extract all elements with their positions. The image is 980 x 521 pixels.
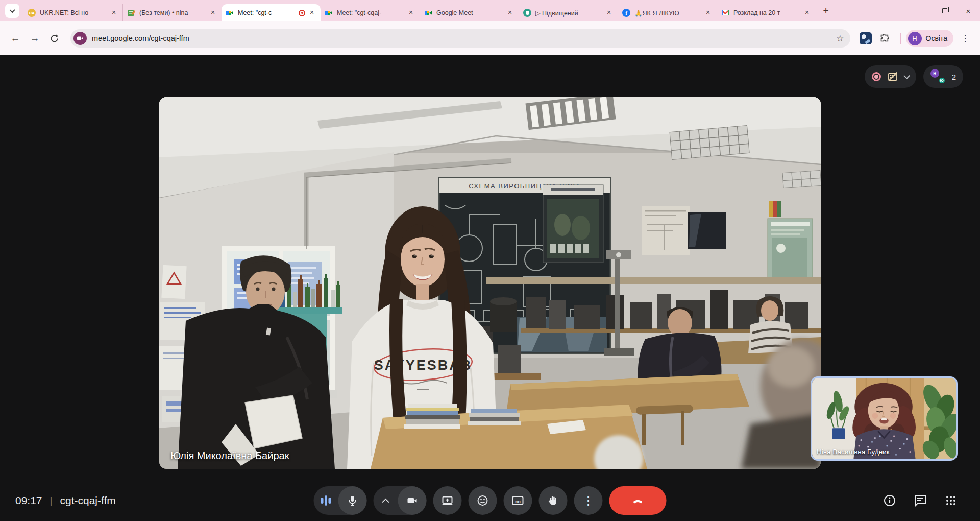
end-call-icon <box>631 493 645 508</box>
more-options-icon: ⋮ <box>582 494 595 507</box>
tab-media[interactable]: ▷ Підвищений × <box>519 4 618 21</box>
tab-recording-icon <box>299 10 305 16</box>
reload-button[interactable] <box>46 30 62 46</box>
audio-level-icon <box>321 495 331 506</box>
info-icon <box>883 494 896 507</box>
back-button[interactable]: ← <box>7 30 23 46</box>
camera-off-button[interactable] <box>398 486 427 515</box>
reactions-emoji-icon <box>477 494 489 507</box>
meet-favicon-icon <box>424 9 432 17</box>
tab-compose[interactable]: (Без теми) • nina × <box>122 4 222 21</box>
participants-pill[interactable]: Н Ю 2 <box>923 65 963 88</box>
tab-close-icon[interactable]: × <box>505 8 514 17</box>
reload-icon <box>50 34 59 43</box>
mute-mic-button[interactable] <box>338 486 367 515</box>
meeting-details-button[interactable] <box>879 486 900 515</box>
present-screen-button[interactable] <box>433 486 462 515</box>
profile-avatar: H <box>908 32 922 45</box>
window-minimize-button[interactable]: – <box>910 0 933 21</box>
url-text: meet.google.com/cgt-cqaj-ffm <box>92 34 836 42</box>
forward-button[interactable]: → <box>27 30 43 46</box>
participant-avatar: Ю <box>938 77 946 84</box>
camera-control[interactable] <box>374 486 427 515</box>
tab-meet-active[interactable]: Meet: "cgt-c × <box>222 4 321 21</box>
participant-avatars: Н Ю <box>930 69 946 84</box>
main-video-tile[interactable]: СХЕМА ВИРОБНИЦТВА ПИВА <box>159 97 821 469</box>
facebook-favicon-icon: f <box>622 9 630 17</box>
mail-compose-favicon-icon <box>127 9 135 17</box>
tab-close-icon[interactable]: × <box>604 8 614 17</box>
meet-favicon-icon <box>226 9 234 17</box>
tab-close-icon[interactable]: × <box>109 8 118 17</box>
participant-avatar: Н <box>930 69 939 78</box>
tab-search-button[interactable] <box>5 4 19 18</box>
recording-indicator-icon <box>872 72 881 81</box>
mic-icon <box>347 494 359 507</box>
gmail-favicon-icon <box>721 9 729 17</box>
main-video-scene: СХЕМА ВИРОБНИЦТВА ПИВА <box>159 97 821 469</box>
tab-title: Google Meet <box>436 9 505 16</box>
captions-icon: cc <box>511 494 525 507</box>
participant-name-label: Юлія Миколаївна Байрак <box>170 450 289 462</box>
meet-page: Н Ю 2 <box>0 55 980 521</box>
chevron-up-icon <box>382 499 389 506</box>
meeting-code: cgt-cqaj-ffm <box>60 494 116 507</box>
tab-close-icon[interactable]: × <box>703 8 713 17</box>
profile-name: Освіта <box>926 34 947 42</box>
tab-gmail[interactable]: Розклад на 20 т × <box>717 4 816 21</box>
chat-button[interactable] <box>910 486 931 515</box>
chat-icon <box>914 494 927 507</box>
reactions-button[interactable] <box>469 486 497 515</box>
extension-icon[interactable] <box>860 32 872 44</box>
tab-close-icon[interactable]: × <box>208 8 217 17</box>
more-options-button[interactable]: ⋮ <box>574 486 603 515</box>
extensions-button[interactable] <box>876 30 892 46</box>
activities-button[interactable] <box>940 486 962 515</box>
tab-title: Розклад на 20 т <box>733 9 802 16</box>
restore-icon <box>942 8 947 13</box>
tab-google-meet[interactable]: Google Meet × <box>420 4 519 21</box>
self-video-scene <box>812 378 956 459</box>
window-restore-button[interactable] <box>933 0 957 21</box>
tab-meet-2[interactable]: Meet: "cgt-cqaj- × <box>321 4 420 21</box>
tab-close-icon[interactable]: × <box>802 8 812 17</box>
chevron-down-icon <box>9 7 15 13</box>
profile-button[interactable]: H Освіта <box>906 30 953 47</box>
camera-icon <box>406 494 419 507</box>
window-close-button[interactable]: × <box>957 0 980 21</box>
meet-favicon-icon <box>325 9 333 17</box>
tab-close-icon[interactable]: × <box>406 8 415 17</box>
ukrnet-favicon-icon: UA <box>28 9 36 17</box>
tab-title: ▷ Підвищений <box>535 9 604 17</box>
captions-button[interactable]: cc <box>504 486 532 515</box>
tab-title: 🙏ЯК Я ЛІКУЮ <box>634 9 703 17</box>
new-tab-button[interactable]: + <box>819 4 833 18</box>
meet-header-controls: Н Ю 2 <box>865 65 963 88</box>
tab-close-icon[interactable]: × <box>307 8 316 17</box>
browser-menu-button[interactable]: ⋮ <box>958 31 973 46</box>
footer-divider: | <box>50 495 53 506</box>
tab-title: (Без теми) • nina <box>139 9 208 16</box>
tab-title: UKR.NET: Всі но <box>40 9 109 16</box>
media-site-favicon-icon <box>523 9 531 17</box>
address-bar[interactable]: meet.google.com/cgt-cqaj-ffm ☆ <box>70 29 850 48</box>
browser-toolbar: ← → meet.google.com/cgt-cqaj-ffm ☆ H Осв… <box>0 21 980 55</box>
present-screen-icon <box>442 494 454 507</box>
self-name-label: Ніна Василівна Будник <box>817 448 890 456</box>
tab-title: Meet: "cgt-cqaj- <box>337 9 406 16</box>
svg-text:cc: cc <box>515 499 521 504</box>
participant-count: 2 <box>952 73 956 81</box>
browser-tab-strip: UA UKR.NET: Всі но × (Без теми) • nina ×… <box>0 0 980 21</box>
raise-hand-icon <box>547 494 559 507</box>
tab-facebook[interactable]: f 🙏ЯК Я ЛІКУЮ × <box>618 4 717 21</box>
microphone-control[interactable] <box>314 486 367 515</box>
raise-hand-button[interactable] <box>539 486 568 515</box>
meet-footer: 09:17 | cgt-cqaj-ffm <box>0 480 980 521</box>
layout-control-pill[interactable] <box>865 65 916 88</box>
tab-ukrnet[interactable]: UA UKR.NET: Всі но × <box>23 4 122 21</box>
bookmark-star-icon[interactable]: ☆ <box>836 33 844 44</box>
self-video-tile[interactable]: Ніна Василівна Будник <box>811 376 958 461</box>
chevron-down-icon <box>903 73 910 79</box>
end-call-button[interactable] <box>609 486 667 515</box>
camera-in-use-icon[interactable] <box>74 32 87 45</box>
